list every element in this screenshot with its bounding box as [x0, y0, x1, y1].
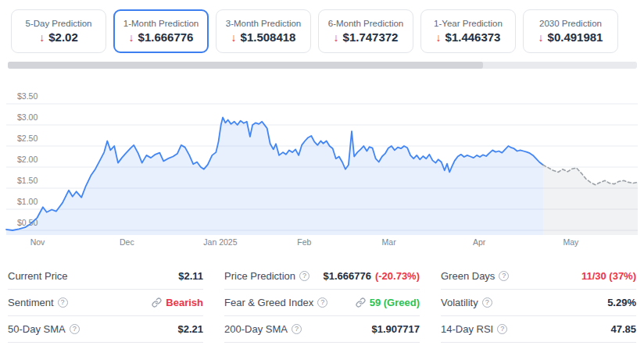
stat-value: 11/30 (37%): [581, 270, 636, 282]
link-icon: [356, 297, 366, 308]
prediction-card-5-day-prediction[interactable]: 5-Day Prediction↓$2.02: [11, 9, 106, 53]
stat-row-price-prediction: Price Prediction?$1.666776(-20.73%): [224, 263, 420, 290]
x-axis-label: Dec: [120, 237, 134, 247]
stats-column: Price Prediction?$1.666776(-20.73%)Fear …: [224, 263, 420, 343]
stat-value-text: $1.907717: [372, 323, 420, 335]
stat-label: Volatility?: [441, 297, 492, 308]
card-value: ↓$2.02: [39, 30, 78, 44]
y-axis-label: $2.50: [17, 134, 38, 143]
stat-value-text: 47.85: [610, 323, 636, 335]
stat-label: Sentiment?: [8, 297, 68, 308]
card-price: $1.747372: [343, 30, 399, 44]
stat-value[interactable]: Bearish: [152, 297, 203, 308]
y-axis-label: $3.00: [17, 112, 38, 122]
card-value: ↓$0.491981: [538, 30, 603, 44]
stat-row-current-price: Current Price$2.11: [8, 263, 203, 290]
down-arrow-icon: ↓: [129, 32, 134, 43]
card-label: 2030 Prediction: [539, 19, 602, 28]
stat-label-text: 200-Day SMA: [224, 323, 288, 335]
prediction-area: [543, 165, 638, 235]
price-chart-container: $0.50$1.00$1.50$2.00$2.50$3.00$3.50NovDe…: [0, 74, 644, 252]
card-label: 6-Month Prediction: [328, 19, 404, 28]
stats-column: Green Days?11/30 (37%)Volatility?5.29%14…: [441, 263, 636, 343]
stat-row-fear-greed-index: Fear & Greed Index?59 (Greed): [224, 290, 420, 316]
stat-label-text: 14-Day RSI: [441, 323, 493, 335]
price-chart[interactable]: $0.50$1.00$1.50$2.00$2.50$3.00$3.50NovDe…: [0, 74, 644, 252]
stat-row-sentiment: Sentiment?Bearish: [8, 290, 203, 316]
stat-label-text: Volatility: [441, 297, 478, 308]
stat-value: $2.11: [178, 270, 203, 282]
stat-label: Current Price: [8, 270, 68, 282]
stat-label: Fear & Greed Index?: [224, 297, 327, 308]
stat-row-200-day-sma: 200-Day SMA?$1.907717: [224, 316, 420, 343]
stat-value-text: 11/30 (37%): [581, 270, 636, 282]
down-arrow-icon: ↓: [436, 32, 442, 43]
help-icon[interactable]: ?: [497, 324, 507, 334]
stat-value: $2.21: [177, 323, 203, 335]
stats-column: Current Price$2.11Sentiment?Bearish50-Da…: [8, 263, 203, 343]
stat-value: $1.666776(-20.73%): [323, 270, 420, 282]
stat-value-text: 5.29%: [607, 297, 636, 308]
link-icon: [152, 297, 162, 308]
card-value: ↓$1.508418: [231, 30, 296, 44]
stat-label-text: 50-Day SMA: [8, 323, 66, 335]
card-price: $0.491981: [548, 30, 603, 44]
y-axis-label: $2.00: [17, 155, 38, 164]
prediction-card-3-month-prediction[interactable]: 3-Month Prediction↓$1.508418: [216, 9, 311, 53]
card-price: $1.508418: [241, 30, 296, 44]
x-axis-label: Jan 2025: [203, 237, 237, 247]
stat-row-green-days: Green Days?11/30 (37%): [441, 263, 636, 290]
stat-label: 14-Day RSI?: [441, 323, 507, 335]
stat-value: 47.85: [610, 323, 636, 335]
stat-value-text: 59 (Greed): [370, 297, 420, 308]
stat-label-text: Price Prediction: [224, 270, 295, 282]
x-axis-label: Apr: [473, 237, 486, 247]
help-icon[interactable]: ?: [70, 324, 80, 334]
stat-label-text: Sentiment: [8, 297, 54, 308]
stat-value-text: $1.666776: [323, 270, 370, 282]
stat-value-suffix: (-20.73%): [375, 270, 420, 282]
help-icon[interactable]: ?: [482, 297, 492, 308]
stats-table: Current Price$2.11Sentiment?Bearish50-Da…: [8, 263, 636, 343]
prediction-card-6-month-prediction[interactable]: 6-Month Prediction↓$1.747372: [318, 9, 413, 53]
prediction-card-2030-prediction[interactable]: 2030 Prediction↓$0.491981: [523, 9, 618, 53]
scrollbar-thumb[interactable]: [8, 62, 483, 69]
help-icon[interactable]: ?: [292, 324, 302, 334]
stat-label-text: Green Days: [441, 270, 495, 282]
card-value: ↓$1.666776: [129, 30, 194, 44]
x-axis-label: Feb: [297, 237, 311, 247]
x-axis-label: Mar: [382, 237, 397, 247]
stat-value-text: $2.11: [178, 270, 203, 282]
historical-price-area: [6, 117, 543, 235]
card-label: 1-Month Prediction: [123, 19, 199, 28]
card-price: $1.666776: [138, 30, 194, 44]
card-label: 5-Day Prediction: [25, 19, 91, 28]
down-arrow-icon: ↓: [39, 32, 45, 43]
card-value: ↓$1.446373: [436, 30, 501, 44]
help-icon[interactable]: ?: [499, 271, 509, 281]
help-icon[interactable]: ?: [299, 271, 309, 281]
help-icon[interactable]: ?: [58, 297, 68, 308]
prediction-card-1-year-prediction[interactable]: 1-Year Prediction↓$1.446373: [420, 9, 516, 53]
y-axis-label: $1.00: [17, 197, 38, 206]
y-axis-label: $1.50: [17, 176, 38, 185]
prediction-card-1-month-prediction[interactable]: 1-Month Prediction↓$1.666776: [113, 9, 209, 53]
card-value: ↓$1.747372: [334, 30, 399, 44]
horizontal-scrollbar[interactable]: [8, 62, 637, 69]
help-icon[interactable]: ?: [317, 297, 327, 308]
stat-label: 50-Day SMA?: [8, 323, 80, 335]
down-arrow-icon: ↓: [538, 32, 544, 43]
stat-value-text: Bearish: [166, 297, 203, 308]
prediction-cards-row: 5-Day Prediction↓$2.021-Month Prediction…: [0, 0, 644, 53]
stat-row-50-day-sma: 50-Day SMA?$2.21: [8, 316, 203, 343]
stat-value[interactable]: 59 (Greed): [356, 297, 420, 308]
x-axis-label: Nov: [30, 237, 45, 247]
card-label: 3-Month Prediction: [226, 19, 302, 28]
y-axis-label: $3.50: [17, 91, 38, 101]
stat-label: Green Days?: [441, 270, 509, 282]
stat-value-text: $2.21: [177, 323, 203, 335]
card-price: $2.02: [48, 30, 78, 44]
down-arrow-icon: ↓: [334, 32, 339, 43]
stat-label-text: Fear & Greed Index: [224, 297, 313, 308]
card-label: 1-Year Prediction: [434, 19, 503, 28]
